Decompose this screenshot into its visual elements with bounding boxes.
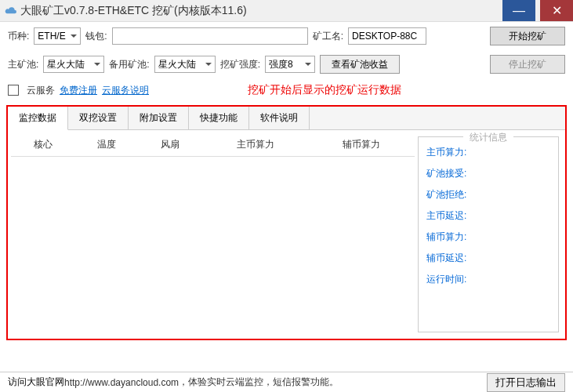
open-log-button[interactable]: 打开日志输出 [487,373,565,392]
config-row-1: 币种: 钱包: 矿工名: 开始挖矿 [0,22,573,50]
tab-bar: 监控数据 双挖设置 附加设置 快捷功能 软件说明 [8,107,565,130]
view-pool-earnings-button[interactable]: 查看矿池收益 [320,55,400,74]
cloud-label: 云服务 [27,84,55,97]
gpu-table: 核心 温度 风扇 主币算力 辅币算力 [11,133,415,157]
cloud-row: 云服务 免费注册 云服务说明 挖矿开始后显示的挖矿运行数据 [0,78,573,102]
stat-aux-latency: 辅币延迟: [426,248,550,269]
backup-pool-select[interactable] [154,56,216,73]
footer-url[interactable]: http://www.dayancloud.com [64,377,179,388]
minimize-button[interactable]: — [502,0,535,21]
close-button[interactable]: ✕ [540,0,573,21]
gpu-table-area: 核心 温度 风扇 主币算力 辅币算力 [11,133,415,336]
intensity-label: 挖矿强度: [220,58,260,71]
intensity-select[interactable] [265,56,315,73]
main-panel: 监控数据 双挖设置 附加设置 快捷功能 软件说明 核心 温度 风扇 主币算力 辅… [6,105,567,340]
stat-pool-rejected: 矿池拒绝: [426,184,550,205]
stats-title: 统计信息 [463,131,513,144]
th-fan: 风扇 [139,133,202,157]
wallet-label: 钱包: [85,30,107,43]
stat-main-latency: 主币延迟: [426,205,550,227]
tab-dual-mining[interactable]: 双挖设置 [68,107,129,129]
tab-content: 核心 温度 风扇 主币算力 辅币算力 统计信息 主币算力: 矿池接受: 矿池拒绝… [8,130,565,339]
stat-aux-hashrate: 辅币算力: [426,227,550,248]
stat-main-hashrate: 主币算力: [426,142,550,163]
start-mining-button[interactable]: 开始挖矿 [490,27,565,45]
register-link[interactable]: 免费注册 [60,84,97,97]
tab-extra-settings[interactable]: 附加设置 [129,107,189,129]
tab-quick-functions[interactable]: 快捷功能 [189,107,249,129]
wallet-input[interactable] [112,27,308,45]
stat-runtime: 运行时间: [426,269,550,290]
titlebar: 大眼矿工v0.7.8-ETH&ETC 挖矿(内核版本11.6) — ✕ [0,0,573,22]
tab-software-info[interactable]: 软件说明 [249,107,310,129]
config-row-2: 主矿池: 备用矿池: 挖矿强度: 查看矿池收益 停止挖矿 [0,50,573,78]
footer-suffix: ，体验实时云端监控，短信报警功能。 [179,376,339,389]
window-title: 大眼矿工v0.7.8-ETH&ETC 挖矿(内核版本11.6) [20,4,502,18]
main-pool-label: 主矿池: [8,58,38,71]
footer: 访问大眼官网 http://www.dayancloud.com ，体验实时云端… [0,372,573,392]
th-main-hashrate: 主币算力 [202,133,309,157]
backup-pool-label: 备用矿池: [109,58,149,71]
stat-pool-accepted: 矿池接受: [426,163,550,184]
coin-label: 币种: [8,30,29,43]
coin-select[interactable] [34,27,81,45]
stats-panel: 统计信息 主币算力: 矿池接受: 矿池拒绝: 主币延迟: 辅币算力: 辅币延迟:… [418,136,559,332]
main-pool-select[interactable] [43,56,104,73]
th-core: 核心 [11,133,74,157]
cloud-icon [5,6,17,16]
tab-monitor[interactable]: 监控数据 [8,107,68,130]
miner-name-label: 矿工名: [313,30,343,43]
annotation-text: 挖矿开始后显示的挖矿运行数据 [248,83,401,97]
cloud-checkbox[interactable] [8,85,19,96]
miner-name-input[interactable] [348,27,426,45]
stop-mining-button[interactable]: 停止挖矿 [490,55,565,74]
footer-prefix: 访问大眼官网 [8,376,64,389]
th-temp: 温度 [74,133,138,157]
cloud-help-link[interactable]: 云服务说明 [102,84,149,97]
th-aux-hashrate: 辅币算力 [308,133,415,157]
